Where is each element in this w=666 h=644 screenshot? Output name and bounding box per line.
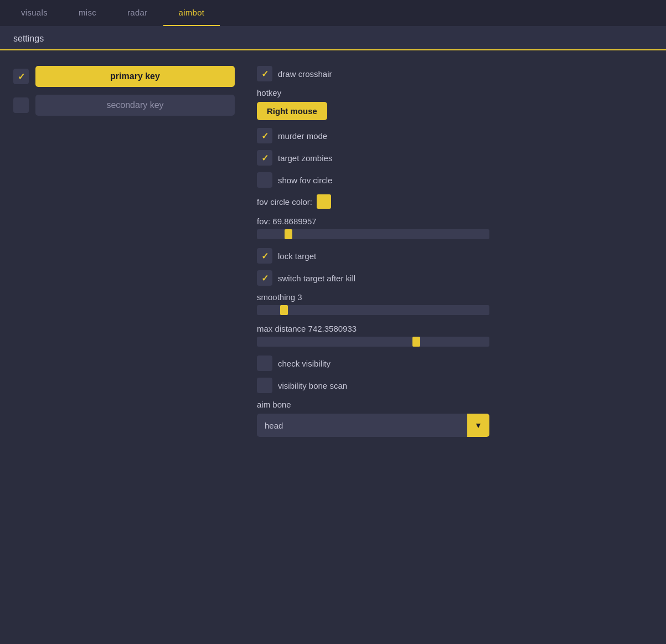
primary-key-button[interactable]: primary key (35, 66, 235, 87)
show-fov-circle-row: show fov circle (257, 172, 653, 188)
switch-target-checkbox[interactable]: ✓ (257, 270, 272, 286)
fov-circle-color-swatch[interactable] (317, 194, 331, 209)
visibility-bone-scan-checkbox[interactable] (257, 378, 272, 393)
draw-crosshair-row: ✓ draw crosshair (257, 66, 653, 81)
visibility-bone-scan-row: visibility bone scan (257, 378, 653, 393)
left-panel: ✓ primary key secondary key (13, 66, 235, 437)
aim-bone-dropdown[interactable]: head ▼ (257, 414, 489, 437)
target-zombies-checkbox[interactable]: ✓ (257, 150, 272, 166)
fov-circle-color-row: fov circle color: (257, 194, 653, 209)
tab-radar[interactable]: radar (112, 0, 163, 26)
tab-aimbot[interactable]: aimbot (163, 0, 220, 26)
murder-mode-label: murder mode (278, 131, 327, 141)
settings-header: settings (0, 26, 666, 50)
primary-key-checkbox[interactable]: ✓ (13, 69, 29, 84)
visibility-bone-scan-label: visibility bone scan (278, 381, 347, 390)
target-zombies-row: ✓ target zombies (257, 150, 653, 166)
fov-slider-thumb[interactable] (285, 229, 292, 239)
draw-crosshair-label: draw crosshair (278, 69, 332, 79)
main-content: ✓ primary key secondary key ✓ draw cross… (0, 50, 666, 452)
hotkey-label: hotkey (257, 88, 653, 97)
max-distance-label: max distance 742.3580933 (257, 324, 653, 333)
show-fov-circle-label: show fov circle (278, 176, 332, 185)
lock-target-label: lock target (278, 251, 316, 261)
max-distance-slider-track[interactable] (257, 337, 489, 347)
tab-misc[interactable]: misc (63, 0, 112, 26)
switch-target-row: ✓ switch target after kill (257, 270, 653, 286)
smoothing-label: smoothing 3 (257, 292, 653, 302)
aim-bone-label: aim bone (257, 400, 653, 409)
secondary-key-button[interactable]: secondary key (35, 95, 235, 116)
smoothing-slider-track[interactable] (257, 305, 489, 315)
nav-bar: visuals misc radar aimbot (0, 0, 666, 26)
max-distance-slider-thumb[interactable] (412, 337, 420, 347)
target-zombies-check-icon: ✓ (261, 153, 269, 163)
murder-mode-check-icon: ✓ (261, 131, 269, 141)
smoothing-slider-thumb[interactable] (280, 305, 288, 315)
check-visibility-label: check visibility (278, 359, 331, 368)
switch-target-check-icon: ✓ (261, 273, 269, 284)
draw-crosshair-check-icon: ✓ (261, 69, 269, 79)
draw-crosshair-checkbox[interactable]: ✓ (257, 66, 272, 81)
hotkey-button[interactable]: Right mouse (257, 102, 327, 120)
fov-slider-container: fov: 69.8689957 (257, 217, 653, 239)
fov-circle-color-label: fov circle color: (257, 197, 312, 207)
right-panel: ✓ draw crosshair hotkey Right mouse ✓ mu… (257, 66, 653, 437)
fov-value-label: fov: 69.8689957 (257, 217, 653, 226)
fov-slider-track[interactable] (257, 229, 489, 239)
switch-target-label: switch target after kill (278, 274, 355, 283)
target-zombies-label: target zombies (278, 153, 332, 163)
show-fov-circle-checkbox[interactable] (257, 172, 272, 188)
primary-key-row: ✓ primary key (13, 66, 235, 87)
max-distance-slider-container: max distance 742.3580933 (257, 324, 653, 347)
tab-visuals[interactable]: visuals (6, 0, 63, 26)
aim-bone-value: head (257, 414, 467, 437)
murder-mode-row: ✓ murder mode (257, 128, 653, 143)
smoothing-slider-container: smoothing 3 (257, 292, 653, 315)
lock-target-row: ✓ lock target (257, 248, 653, 264)
check-visibility-row: check visibility (257, 356, 653, 371)
dropdown-arrow-icon[interactable]: ▼ (467, 414, 489, 437)
lock-target-check-icon: ✓ (261, 251, 269, 261)
check-visibility-checkbox[interactable] (257, 356, 272, 371)
murder-mode-checkbox[interactable]: ✓ (257, 128, 272, 143)
lock-target-checkbox[interactable]: ✓ (257, 248, 272, 264)
secondary-key-checkbox[interactable] (13, 97, 29, 113)
primary-check-icon: ✓ (18, 71, 25, 82)
settings-label: settings (13, 34, 44, 49)
secondary-key-row: secondary key (13, 95, 235, 116)
